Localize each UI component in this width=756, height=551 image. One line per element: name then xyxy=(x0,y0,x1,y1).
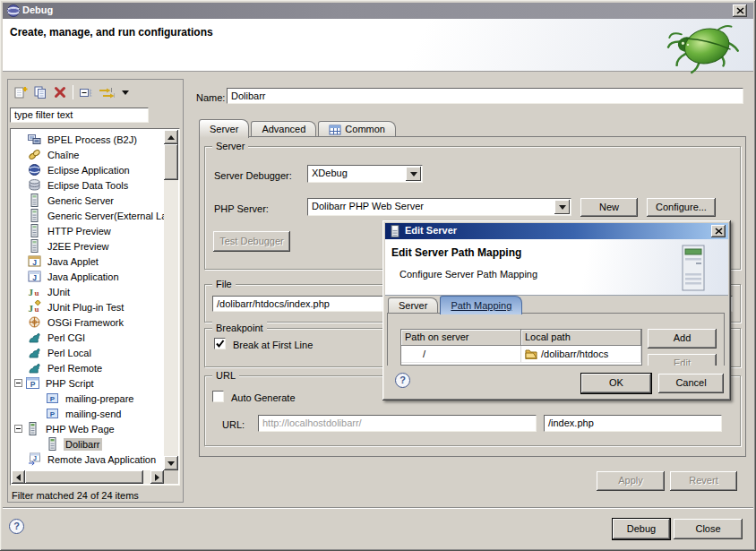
filter-input[interactable]: type filter text xyxy=(10,108,149,123)
tree-item-mailing-send[interactable]: Pmailing-send xyxy=(12,406,164,421)
server-icon xyxy=(28,194,41,207)
filter-menu-dropdown-button[interactable] xyxy=(116,83,135,101)
expand-toggle-icon[interactable] xyxy=(14,425,22,433)
tree-item-label: OSGi Framework xyxy=(46,316,125,329)
window-close-button[interactable] xyxy=(733,4,747,17)
server-debugger-value: XDebug xyxy=(312,168,348,178)
tree-item-junit[interactable]: JuJUnit xyxy=(12,284,164,299)
table-icon xyxy=(329,125,341,135)
close-icon xyxy=(736,7,744,14)
arrow-right-icon xyxy=(155,474,159,481)
tree-item-remote-java-application[interactable]: JRemote Java Application xyxy=(12,452,164,467)
scrollbar-corner xyxy=(164,470,178,484)
tab-advanced[interactable]: Advanced xyxy=(251,121,316,137)
expand-toggle-icon[interactable] xyxy=(14,379,22,387)
name-input[interactable]: Dolibarr xyxy=(227,88,743,104)
vertical-scroll-thumb[interactable] xyxy=(164,144,178,180)
close-button[interactable]: Close xyxy=(674,519,743,539)
add-mapping-button[interactable]: Add xyxy=(648,329,717,349)
break-at-first-line-label: Break at First Line xyxy=(233,339,313,351)
server-group-legend: Server xyxy=(212,140,248,152)
tree-item-java-application[interactable]: JJava Application xyxy=(12,269,164,284)
url-path-input[interactable]: /index.php xyxy=(544,415,722,432)
scroll-down-button[interactable] xyxy=(164,456,178,470)
tab-server[interactable]: Server xyxy=(388,297,438,314)
tree-item-php-web-page[interactable]: PHP Web Page xyxy=(12,421,164,436)
tree-item-eclipse-data-tools[interactable]: Eclipse Data Tools xyxy=(12,177,164,193)
test-debugger-button[interactable]: Test Debugger xyxy=(213,231,290,252)
dropdown-button[interactable] xyxy=(554,200,570,214)
dialog-help-button[interactable]: ? xyxy=(395,373,410,388)
delete-configuration-button[interactable] xyxy=(50,83,70,101)
break-at-first-line-checkbox[interactable] xyxy=(214,338,226,349)
tree-item-mailing-prepare[interactable]: Pmailing-prepare xyxy=(12,391,164,406)
horizontal-scrollbar[interactable] xyxy=(12,470,164,484)
help-button[interactable]: ? xyxy=(9,519,24,534)
tab-common[interactable]: Common xyxy=(318,121,396,137)
file-group-legend: File xyxy=(212,278,236,290)
column-header-path-on-server[interactable]: Path on server xyxy=(401,330,521,346)
horizontal-scroll-thumb[interactable] xyxy=(25,470,143,484)
tree-item-perl-local[interactable]: Perl Local xyxy=(12,345,164,360)
perl-icon xyxy=(28,361,41,375)
auto-generate-checkbox[interactable] xyxy=(212,391,224,402)
new-server-button[interactable]: New xyxy=(580,198,638,217)
revert-button[interactable]: Revert xyxy=(670,471,737,491)
apply-button[interactable]: Apply xyxy=(597,471,665,491)
collapse-all-button[interactable] xyxy=(76,83,96,101)
window-titlebar[interactable]: Debug xyxy=(3,3,753,19)
php-file-icon: P xyxy=(46,392,59,405)
tree-item-bpel-process-b2j[interactable]: BPEL Process (B2J) xyxy=(12,132,164,147)
tree-item-j2ee-preview[interactable]: J2EE Preview xyxy=(12,238,164,254)
tree-item-label: Perl CGI xyxy=(46,331,87,344)
tree-item-label: mailing-prepare xyxy=(64,392,135,405)
debug-button[interactable]: Debug xyxy=(613,519,670,539)
php-server-combo[interactable]: Dolibarr PHP Web Server xyxy=(307,198,571,216)
path-mapping-row[interactable]: //dolibarr/htdocs xyxy=(401,346,641,363)
tree-item-perl-remote[interactable]: Perl Remote xyxy=(12,360,164,375)
tab-server[interactable]: Server xyxy=(199,119,249,138)
filter-configurations-button[interactable] xyxy=(96,83,116,101)
tree-item-generic-server-external-la[interactable]: Generic Server(External La xyxy=(12,208,164,223)
scroll-right-button[interactable] xyxy=(150,470,164,484)
ok-button[interactable]: OK xyxy=(581,374,651,393)
dialog-close-button[interactable] xyxy=(711,225,726,237)
tree-item-generic-server[interactable]: Generic Server xyxy=(12,193,164,208)
footer-separator xyxy=(3,507,753,509)
junit-plugin-icon: Ju xyxy=(28,300,41,314)
scroll-left-button[interactable] xyxy=(12,470,25,484)
filter-menu-dropdown-icon xyxy=(122,90,129,95)
tab-path-mapping[interactable]: Path Mapping xyxy=(440,296,522,314)
tree-item-junit-plug-in-test[interactable]: JuJUnit Plug-in Test xyxy=(12,299,164,314)
tree-item-cha-ne[interactable]: Chaîne xyxy=(12,147,164,162)
tree-item-java-applet[interactable]: JJava Applet xyxy=(12,254,164,269)
duplicate-configuration-button[interactable] xyxy=(30,83,50,101)
cancel-button[interactable]: Cancel xyxy=(658,374,724,393)
tab-label: Server xyxy=(399,298,427,314)
junit-icon: Ju xyxy=(28,285,41,298)
remote-java-icon: J xyxy=(28,452,41,466)
tree-item-osgi-framework[interactable]: OSGi Framework xyxy=(12,314,164,330)
local-path-text: /dolibarr/htdocs xyxy=(541,349,608,359)
server-icon xyxy=(28,224,41,237)
column-header-local-path[interactable]: Local path xyxy=(521,330,641,346)
php-web-icon xyxy=(26,422,39,435)
url-label: URL: xyxy=(222,418,245,431)
svg-text:u: u xyxy=(35,305,39,314)
tree-item-http-preview[interactable]: HTTP Preview xyxy=(12,223,164,238)
dialog-tab-bar: ServerPath Mapping xyxy=(388,296,524,314)
tree-item-dolibarr[interactable]: Dolibarr xyxy=(12,436,164,452)
server-debugger-combo[interactable]: XDebug xyxy=(307,165,423,183)
dropdown-button[interactable] xyxy=(406,167,421,181)
scroll-up-button[interactable] xyxy=(164,130,178,144)
configure-button[interactable]: Configure... xyxy=(647,198,716,217)
php-server-label: PHP Server: xyxy=(214,202,269,215)
dialog-titlebar[interactable]: Edit Server xyxy=(385,223,728,239)
new-configuration-button[interactable] xyxy=(11,83,30,101)
tree-item-label: Perl Remote xyxy=(46,362,104,375)
vertical-scrollbar[interactable] xyxy=(164,130,178,470)
tree-item-eclipse-application[interactable]: Eclipse Application xyxy=(12,162,164,177)
tree-item-php-script[interactable]: PPHP Script xyxy=(12,375,164,391)
tree-item-perl-cgi[interactable]: Perl CGI xyxy=(12,330,164,345)
tree-item-label: Java Applet xyxy=(46,255,100,268)
